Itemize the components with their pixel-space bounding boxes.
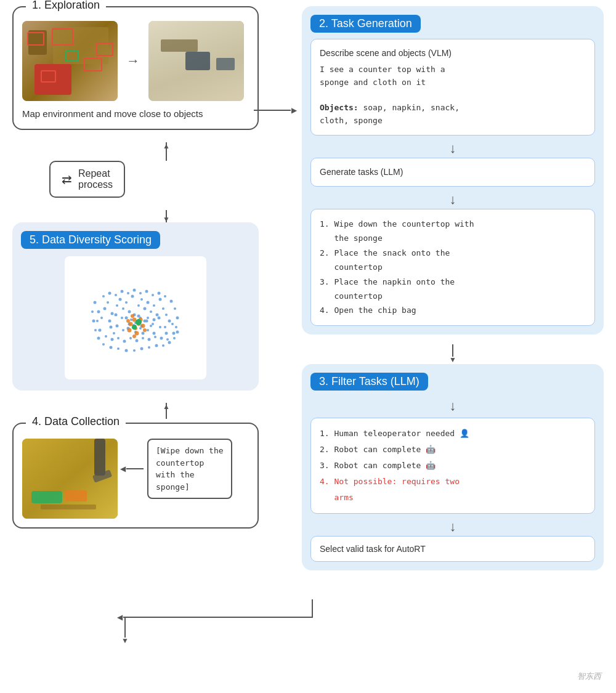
svg-point-39 <box>153 332 156 335</box>
svg-point-113 <box>132 334 136 338</box>
svg-point-7 <box>119 298 122 301</box>
task-label-with-arrow: ◀ [Wipe down the countertop with the spo… <box>126 439 232 499</box>
svg-point-22 <box>153 304 155 307</box>
svg-point-56 <box>166 338 169 341</box>
svg-point-111 <box>143 328 147 332</box>
exploration-arrow: → <box>126 53 140 69</box>
filter-title: 3. Filter Tasks (LLM) <box>310 373 428 391</box>
main-diagram: 1. Exploration → <box>0 0 616 693</box>
svg-point-24 <box>152 323 154 325</box>
filter-list: 1. Human teleoperator needed 👤 2. Robot … <box>310 418 595 514</box>
svg-point-4 <box>100 317 103 319</box>
svg-point-85 <box>155 344 158 347</box>
up-arrow-exploration: ▲ <box>74 142 259 161</box>
svg-point-75 <box>92 320 95 323</box>
svg-point-3 <box>111 312 114 315</box>
svg-point-67 <box>158 292 161 295</box>
svg-point-92 <box>137 315 140 318</box>
svg-point-33 <box>116 325 119 328</box>
svg-point-44 <box>96 320 99 322</box>
svg-point-45 <box>99 329 102 332</box>
svg-point-78 <box>102 343 105 346</box>
svg-point-17 <box>144 307 147 310</box>
svg-point-47 <box>111 338 114 341</box>
connector-explore-taskgen: ▶ <box>254 110 291 111</box>
svg-point-48 <box>117 337 120 339</box>
watermark: 智东西 <box>577 671 601 682</box>
filter-item-3: 3. Robot can complete 🤖 <box>320 458 586 474</box>
svg-point-69 <box>170 300 173 303</box>
scatter-svg <box>68 259 203 376</box>
svg-point-28 <box>165 314 168 316</box>
section-collection: 4. Data Collection ◀ <box>12 423 259 529</box>
generate-label: Generate tasks (LLM) <box>320 166 586 179</box>
svg-point-8 <box>122 307 124 310</box>
right-column: 2. Task Generation Describe scene and ob… <box>302 6 604 570</box>
describe-scene-box: Describe scene and objects (VLM) I see a… <box>310 39 595 136</box>
svg-point-31 <box>110 326 113 329</box>
svg-point-114 <box>136 319 142 325</box>
svg-point-29 <box>168 320 171 323</box>
exploration-image-right <box>148 21 244 101</box>
arrow-to-generate: ↓ <box>310 142 595 155</box>
svg-point-100 <box>153 318 156 322</box>
svg-point-82 <box>133 349 136 352</box>
task-label-text: [Wipe down the countertop with the spong… <box>156 446 224 492</box>
svg-point-73 <box>94 301 97 304</box>
svg-point-14 <box>137 304 140 307</box>
svg-point-88 <box>173 337 176 339</box>
collection-image <box>22 439 118 519</box>
svg-point-51 <box>136 339 139 342</box>
svg-point-91 <box>130 318 132 321</box>
svg-point-59 <box>108 292 111 295</box>
svg-point-115 <box>132 325 137 330</box>
svg-point-71 <box>176 317 179 320</box>
svg-point-2 <box>107 301 109 304</box>
connector-v2: ▼ <box>124 617 126 638</box>
svg-point-65 <box>145 290 148 293</box>
svg-point-23 <box>156 314 159 317</box>
describe-title: Describe scene and objects (VLM) <box>320 47 586 60</box>
svg-point-107 <box>131 314 134 318</box>
repeat-icon: ⇄ <box>62 173 72 185</box>
svg-point-55 <box>160 337 163 340</box>
connector-v1 <box>312 599 313 618</box>
svg-point-46 <box>105 335 107 338</box>
svg-point-53 <box>148 338 151 341</box>
svg-point-72 <box>175 326 177 328</box>
svg-point-9 <box>115 314 118 317</box>
svg-point-76 <box>94 329 97 331</box>
exploration-title: 1. Exploration <box>26 0 106 13</box>
svg-point-84 <box>148 346 150 349</box>
exploration-caption: Map environment and move close to object… <box>22 107 249 120</box>
svg-point-86 <box>162 344 164 347</box>
svg-point-10 <box>125 301 128 304</box>
svg-point-5 <box>108 320 111 323</box>
arrow-to-tasks: ↓ <box>310 193 595 206</box>
svg-point-54 <box>154 336 156 338</box>
task-2: 2. Place the snack onto the countertop <box>320 246 586 275</box>
svg-point-13 <box>131 295 134 298</box>
svg-point-27 <box>158 317 161 320</box>
section-task-generation: 2. Task Generation Describe scene and ob… <box>302 6 604 334</box>
svg-point-77 <box>97 337 100 340</box>
svg-point-95 <box>139 327 142 330</box>
task-3: 3. Place the napkin onto the countertop <box>320 275 586 304</box>
svg-point-90 <box>125 317 128 320</box>
arrow-to-select: ↓ <box>310 520 595 533</box>
svg-point-64 <box>139 292 142 294</box>
exploration-image-left <box>22 21 118 101</box>
section-exploration: 1. Exploration → <box>12 6 259 130</box>
svg-point-12 <box>121 317 123 319</box>
section-diversity: 5. Data Diversity Scoring <box>12 222 259 391</box>
svg-point-108 <box>141 324 145 328</box>
svg-point-26 <box>162 307 164 310</box>
svg-point-42 <box>171 323 174 325</box>
connector-h1: ◀ <box>123 617 313 618</box>
filter-item-2: 2. Robot can complete 🤖 <box>320 442 586 458</box>
svg-point-109 <box>126 319 130 323</box>
svg-point-1 <box>103 307 107 310</box>
arrow-into-filter: ↓ <box>310 399 595 413</box>
svg-point-60 <box>115 294 117 296</box>
repeat-label: Repeat process <box>78 168 113 190</box>
